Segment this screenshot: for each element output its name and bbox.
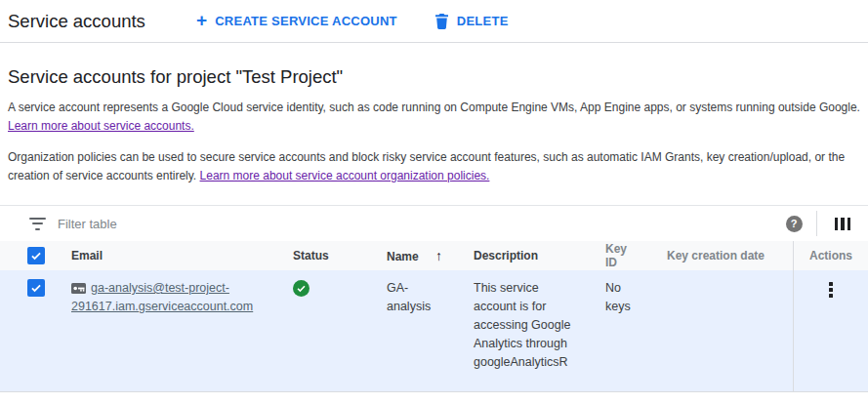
column-header-description[interactable]: Description bbox=[461, 249, 594, 263]
delete-label: DELETE bbox=[457, 14, 509, 28]
content-area: Service accounts for project "Test Proje… bbox=[0, 65, 868, 185]
filter-table-input[interactable] bbox=[58, 217, 786, 231]
table-row: ga-analysis@test-project-291617.iam.gser… bbox=[0, 270, 868, 392]
status-cell bbox=[281, 270, 374, 297]
learn-more-service-accounts-link[interactable]: Learn more about service accounts. bbox=[8, 119, 194, 133]
row-checkbox[interactable] bbox=[27, 279, 45, 297]
column-display-options-icon[interactable] bbox=[833, 216, 853, 232]
org-policies-paragraph: Organization policies can be used to sec… bbox=[8, 148, 860, 185]
status-active-icon bbox=[293, 280, 310, 297]
learn-more-org-policies-link[interactable]: Learn more about service account organiz… bbox=[200, 169, 490, 182]
column-header-status[interactable]: Status bbox=[281, 249, 374, 263]
column-header-name[interactable]: Name ↑ bbox=[374, 248, 461, 263]
email-cell: ga-analysis@test-project-291617.iam.gser… bbox=[59, 270, 281, 316]
select-all-checkbox[interactable] bbox=[27, 247, 45, 264]
name-cell: GA-analysis bbox=[374, 270, 461, 316]
key-creation-date-cell bbox=[656, 270, 793, 279]
trash-icon bbox=[434, 14, 449, 29]
column-header-key-creation-date[interactable]: Key creation date bbox=[656, 249, 793, 263]
section-heading: Service accounts for project "Test Proje… bbox=[8, 65, 860, 88]
column-header-email[interactable]: Email bbox=[59, 249, 281, 263]
intro-paragraph: A service account represents a Google Cl… bbox=[8, 99, 860, 136]
create-service-account-label: CREATE SERVICE ACCOUNT bbox=[215, 14, 397, 28]
column-header-name-label: Name bbox=[387, 250, 419, 263]
column-header-key-id[interactable]: Key ID bbox=[594, 242, 656, 269]
create-service-account-button[interactable]: + CREATE SERVICE ACCOUNT bbox=[196, 12, 397, 30]
intro-text: A service account represents a Google Cl… bbox=[8, 101, 860, 114]
page-title: Service accounts bbox=[8, 11, 145, 32]
help-glyph: ? bbox=[791, 218, 798, 229]
service-account-email-link[interactable]: ga-analysis@test-project-291617.iam.gser… bbox=[71, 281, 253, 313]
filter-icon[interactable] bbox=[29, 218, 46, 230]
toolbar: Service accounts + CREATE SERVICE ACCOUN… bbox=[0, 0, 868, 43]
column-header-actions: Actions bbox=[793, 241, 868, 270]
service-account-icon bbox=[71, 283, 86, 297]
filter-bar: ? bbox=[0, 205, 868, 241]
description-cell: This service account is for accessing Go… bbox=[461, 270, 594, 372]
plus-icon: + bbox=[196, 11, 207, 29]
select-all-cell bbox=[0, 247, 59, 264]
filter-bar-divider bbox=[816, 211, 817, 236]
delete-button[interactable]: DELETE bbox=[434, 14, 509, 29]
table-header-row: Email Status Name ↑ Description Key ID K… bbox=[0, 241, 868, 270]
row-select-cell bbox=[0, 270, 59, 297]
sort-ascending-icon: ↑ bbox=[435, 248, 442, 263]
actions-cell bbox=[793, 270, 868, 391]
help-icon[interactable]: ? bbox=[786, 216, 803, 232]
key-id-cell: No keys bbox=[594, 270, 656, 316]
row-actions-menu-icon[interactable] bbox=[823, 278, 839, 302]
